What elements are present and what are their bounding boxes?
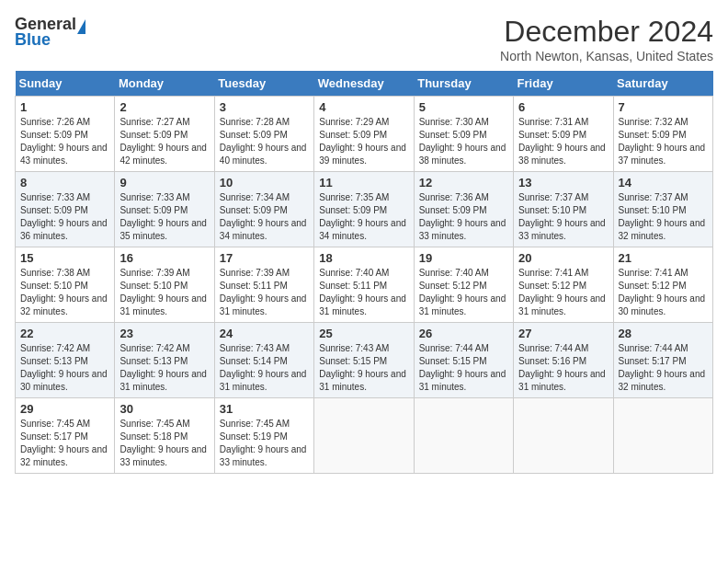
day-info: Sunrise: 7:34 AM Sunset: 5:09 PM Dayligh… — [220, 191, 309, 243]
day-number: 14 — [619, 176, 708, 190]
day-number: 10 — [220, 176, 309, 190]
day-number: 22 — [20, 327, 109, 340]
table-row: 3 Sunrise: 7:28 AM Sunset: 5:09 PM Dayli… — [214, 97, 313, 172]
table-row: 22 Sunrise: 7:42 AM Sunset: 5:13 PM Dayl… — [16, 323, 115, 398]
day-info: Sunrise: 7:29 AM Sunset: 5:09 PM Dayligh… — [319, 116, 408, 167]
day-number: 28 — [619, 327, 708, 340]
table-row: 24 Sunrise: 7:43 AM Sunset: 5:14 PM Dayl… — [214, 323, 313, 398]
day-info: Sunrise: 7:44 AM Sunset: 5:16 PM Dayligh… — [518, 342, 608, 394]
day-info: Sunrise: 7:30 AM Sunset: 5:09 PM Dayligh… — [419, 116, 508, 167]
table-row: 12 Sunrise: 7:36 AM Sunset: 5:09 PM Dayl… — [414, 172, 513, 247]
table-row: 9 Sunrise: 7:33 AM Sunset: 5:09 PM Dayli… — [115, 172, 214, 247]
day-number: 20 — [518, 251, 608, 265]
day-info: Sunrise: 7:40 AM Sunset: 5:11 PM Dayligh… — [319, 267, 408, 318]
day-number: 8 — [20, 176, 109, 190]
day-number: 4 — [319, 100, 408, 114]
day-info: Sunrise: 7:31 AM Sunset: 5:09 PM Dayligh… — [518, 116, 608, 167]
day-info: Sunrise: 7:39 AM Sunset: 5:11 PM Dayligh… — [220, 267, 309, 318]
day-number: 30 — [119, 402, 209, 416]
day-number: 25 — [319, 327, 408, 340]
day-number: 31 — [220, 402, 309, 416]
day-number: 7 — [619, 100, 708, 114]
table-row: 1 Sunrise: 7:26 AM Sunset: 5:09 PM Dayli… — [16, 97, 115, 172]
header-friday: Friday — [514, 71, 613, 97]
day-number: 2 — [119, 100, 209, 114]
day-number: 15 — [20, 251, 109, 265]
day-number: 27 — [518, 327, 608, 340]
day-info: Sunrise: 7:42 AM Sunset: 5:13 PM Dayligh… — [119, 342, 209, 394]
header-tuesday: Tuesday — [214, 71, 313, 97]
table-row: 18 Sunrise: 7:40 AM Sunset: 5:11 PM Dayl… — [314, 247, 414, 323]
table-row: 14 Sunrise: 7:37 AM Sunset: 5:10 PM Dayl… — [613, 172, 712, 247]
table-row: 28 Sunrise: 7:44 AM Sunset: 5:17 PM Dayl… — [613, 323, 712, 398]
location-subtitle: North Newton, Kansas, United States — [500, 49, 713, 63]
table-row: 30 Sunrise: 7:45 AM Sunset: 5:18 PM Dayl… — [115, 398, 214, 474]
day-info: Sunrise: 7:37 AM Sunset: 5:10 PM Dayligh… — [518, 191, 608, 243]
day-info: Sunrise: 7:42 AM Sunset: 5:13 PM Dayligh… — [20, 342, 109, 394]
table-row — [514, 398, 613, 474]
day-info: Sunrise: 7:28 AM Sunset: 5:09 PM Dayligh… — [220, 116, 309, 167]
day-info: Sunrise: 7:45 AM Sunset: 5:17 PM Dayligh… — [20, 418, 109, 469]
table-row: 10 Sunrise: 7:34 AM Sunset: 5:09 PM Dayl… — [214, 172, 313, 247]
table-row: 16 Sunrise: 7:39 AM Sunset: 5:10 PM Dayl… — [115, 247, 214, 323]
table-row: 6 Sunrise: 7:31 AM Sunset: 5:09 PM Dayli… — [514, 97, 613, 172]
day-number: 16 — [119, 251, 209, 265]
header-thursday: Thursday — [414, 71, 513, 97]
table-row: 13 Sunrise: 7:37 AM Sunset: 5:10 PM Dayl… — [514, 172, 613, 247]
day-number: 23 — [119, 327, 209, 340]
table-row: 5 Sunrise: 7:30 AM Sunset: 5:09 PM Dayli… — [414, 97, 513, 172]
day-number: 17 — [220, 251, 309, 265]
day-info: Sunrise: 7:39 AM Sunset: 5:10 PM Dayligh… — [119, 267, 209, 318]
day-info: Sunrise: 7:44 AM Sunset: 5:17 PM Dayligh… — [619, 342, 708, 394]
logo: General Blue — [15, 15, 86, 50]
table-row: 4 Sunrise: 7:29 AM Sunset: 5:09 PM Dayli… — [314, 97, 414, 172]
table-row: 17 Sunrise: 7:39 AM Sunset: 5:11 PM Dayl… — [214, 247, 313, 323]
table-row: 19 Sunrise: 7:40 AM Sunset: 5:12 PM Dayl… — [414, 247, 513, 323]
day-info: Sunrise: 7:40 AM Sunset: 5:12 PM Dayligh… — [419, 267, 508, 318]
day-info: Sunrise: 7:32 AM Sunset: 5:09 PM Dayligh… — [619, 116, 708, 167]
day-number: 29 — [20, 402, 109, 416]
table-row: 20 Sunrise: 7:41 AM Sunset: 5:12 PM Dayl… — [514, 247, 613, 323]
day-info: Sunrise: 7:43 AM Sunset: 5:14 PM Dayligh… — [220, 342, 309, 394]
day-number: 5 — [419, 100, 508, 114]
day-info: Sunrise: 7:33 AM Sunset: 5:09 PM Dayligh… — [20, 191, 109, 243]
day-info: Sunrise: 7:35 AM Sunset: 5:09 PM Dayligh… — [319, 191, 408, 243]
logo-triangle-icon — [77, 19, 85, 34]
day-number: 6 — [518, 100, 608, 114]
table-row: 7 Sunrise: 7:32 AM Sunset: 5:09 PM Dayli… — [613, 97, 712, 172]
day-number: 11 — [319, 176, 408, 190]
table-row: 26 Sunrise: 7:44 AM Sunset: 5:15 PM Dayl… — [414, 323, 513, 398]
header-saturday: Saturday — [613, 71, 712, 97]
calendar-header-row: Sunday Monday Tuesday Wednesday Thursday… — [16, 71, 713, 97]
header-monday: Monday — [115, 71, 214, 97]
table-row: 21 Sunrise: 7:41 AM Sunset: 5:12 PM Dayl… — [613, 247, 712, 323]
table-row — [414, 398, 513, 474]
day-number: 9 — [119, 176, 209, 190]
table-row — [314, 398, 414, 474]
day-number: 13 — [518, 176, 608, 190]
title-area: December 2024 North Newton, Kansas, Unit… — [500, 15, 713, 63]
table-row — [613, 398, 712, 474]
month-title: December 2024 — [500, 15, 713, 49]
table-row: 11 Sunrise: 7:35 AM Sunset: 5:09 PM Dayl… — [314, 172, 414, 247]
day-number: 18 — [319, 251, 408, 265]
header-sunday: Sunday — [16, 71, 115, 97]
day-info: Sunrise: 7:38 AM Sunset: 5:10 PM Dayligh… — [20, 267, 109, 318]
day-info: Sunrise: 7:41 AM Sunset: 5:12 PM Dayligh… — [518, 267, 608, 318]
table-row: 27 Sunrise: 7:44 AM Sunset: 5:16 PM Dayl… — [514, 323, 613, 398]
day-number: 19 — [419, 251, 508, 265]
day-number: 1 — [20, 100, 109, 114]
table-row: 31 Sunrise: 7:45 AM Sunset: 5:19 PM Dayl… — [214, 398, 313, 474]
table-row: 15 Sunrise: 7:38 AM Sunset: 5:10 PM Dayl… — [16, 247, 115, 323]
table-row: 8 Sunrise: 7:33 AM Sunset: 5:09 PM Dayli… — [16, 172, 115, 247]
day-info: Sunrise: 7:41 AM Sunset: 5:12 PM Dayligh… — [619, 267, 708, 318]
day-info: Sunrise: 7:27 AM Sunset: 5:09 PM Dayligh… — [119, 116, 209, 167]
day-info: Sunrise: 7:45 AM Sunset: 5:19 PM Dayligh… — [220, 418, 309, 469]
page-header: General Blue December 2024 North Newton,… — [15, 15, 713, 63]
logo-blue: Blue — [15, 30, 51, 50]
table-row: 2 Sunrise: 7:27 AM Sunset: 5:09 PM Dayli… — [115, 97, 214, 172]
day-number: 12 — [419, 176, 508, 190]
table-row: 25 Sunrise: 7:43 AM Sunset: 5:15 PM Dayl… — [314, 323, 414, 398]
day-info: Sunrise: 7:26 AM Sunset: 5:09 PM Dayligh… — [20, 116, 109, 167]
day-info: Sunrise: 7:36 AM Sunset: 5:09 PM Dayligh… — [419, 191, 508, 243]
